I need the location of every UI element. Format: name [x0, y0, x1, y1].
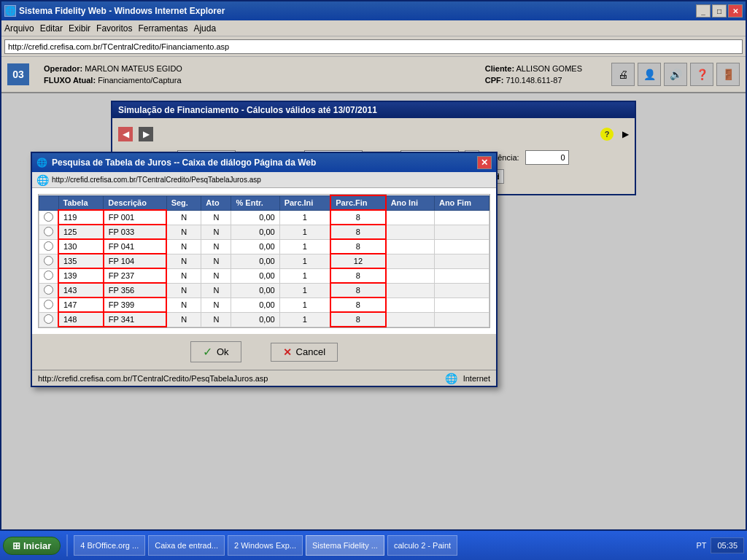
table-row[interactable]: 148 FP 341 N N 0,00 1 8 — [39, 312, 489, 327]
menu-editar[interactable]: Editar — [40, 23, 63, 34]
row-tabela-3: 135 — [58, 254, 104, 268]
row-parcini-5: 1 — [279, 283, 330, 298]
taskbar-item-fidelity[interactable]: Sistema Fidelity ... — [306, 535, 384, 556]
row-anof-5 — [434, 283, 489, 298]
start-button[interactable]: ⊞ Iniciar — [3, 537, 61, 555]
address-bar[interactable] — [4, 39, 743, 54]
row-parcfin-7: 8 — [330, 312, 386, 327]
client-info: Cliente: ALLISON GOMES CPF: 710.148.611-… — [485, 63, 582, 87]
row-entr-2: 0,00 — [231, 239, 279, 254]
row-radio-4[interactable] — [39, 268, 59, 283]
row-ato-1: N — [201, 225, 231, 239]
browser-titlebar: 🌐 Sistema Fidelity Web - Windows Interne… — [1, 1, 746, 20]
row-anoi-6 — [386, 298, 435, 312]
menu-favoritos[interactable]: Favoritos — [96, 23, 132, 34]
row-radio-6[interactable] — [39, 298, 59, 312]
row-anof-0 — [434, 210, 489, 225]
menu-ferramentas[interactable]: Ferramentas — [138, 23, 187, 34]
row-parcini-0: 1 — [279, 210, 330, 225]
modal-close-button[interactable]: ✕ — [477, 156, 492, 169]
row-seg-5: N — [166, 283, 201, 298]
table-row[interactable]: 125 FP 033 N N 0,00 1 8 — [39, 225, 489, 239]
juros-table: Tabela Descrição Seg. Ato % Entr. Parc.I… — [39, 195, 489, 327]
row-anof-2 — [434, 239, 489, 254]
taskbar-item-caixa-label: Caixa de entrad... — [155, 541, 218, 550]
internet-globe-icon: 🌐 — [445, 373, 457, 384]
row-descricao-4: FP 237 — [104, 268, 166, 283]
taskbar-item-paint[interactable]: calculo 2 - Paint — [387, 535, 457, 556]
row-radio-0[interactable] — [39, 210, 59, 225]
menu-exibir[interactable]: Exibir — [69, 23, 90, 34]
row-anoi-2 — [386, 239, 435, 254]
maximize-button[interactable]: □ — [712, 4, 727, 18]
row-entr-4: 0,00 — [231, 268, 279, 283]
browser-menubar: Arquivo Editar Exibir Favoritos Ferramen… — [1, 20, 746, 36]
modal-titlebar: 🌐 Pesquisa de Tabela de Juros -- Caixa d… — [32, 153, 496, 172]
table-row[interactable]: 135 FP 104 N N 0,00 1 12 — [39, 254, 489, 268]
modal-table-area: Tabela Descrição Seg. Ato % Entr. Parc.I… — [32, 188, 496, 334]
taskbar: ⊞ Iniciar 4 BrOffice.org ... Caixa de en… — [0, 531, 747, 560]
exit-icon[interactable]: 🚪 — [716, 63, 740, 86]
row-entr-3: 0,00 — [231, 254, 279, 268]
taskbar-item-windows-label: 2 Windows Exp... — [234, 541, 296, 550]
row-seg-2: N — [166, 239, 201, 254]
table-row[interactable]: 130 FP 041 N N 0,00 1 8 — [39, 239, 489, 254]
row-anof-1 — [434, 225, 489, 239]
row-tabela-6: 147 — [58, 298, 104, 312]
table-scroll-area[interactable]: Tabela Descrição Seg. Ato % Entr. Parc.I… — [38, 194, 490, 328]
help-icon[interactable]: ❓ — [690, 63, 713, 86]
start-label: Iniciar — [23, 540, 51, 551]
cancel-button[interactable]: ✕ Cancel — [271, 343, 338, 362]
taskbar-item-caixa[interactable]: Caixa de entrad... — [148, 535, 225, 556]
taskbar-item-fidelity-label: Sistema Fidelity ... — [312, 541, 378, 550]
close-button[interactable]: ✕ — [728, 4, 743, 18]
row-parcini-2: 1 — [279, 239, 330, 254]
row-radio-7[interactable] — [39, 312, 59, 327]
col-header-parcfin: Parc.Fin — [330, 195, 386, 210]
row-radio-3[interactable] — [39, 254, 59, 268]
col-header-ato: Ato — [201, 195, 231, 210]
row-entr-5: 0,00 — [231, 283, 279, 298]
modal-title-area: 🌐 Pesquisa de Tabela de Juros -- Caixa d… — [36, 158, 316, 168]
row-anoi-5 — [386, 283, 435, 298]
row-ato-4: N — [201, 268, 231, 283]
table-body: 119 FP 001 N N 0,00 1 8 125 FP 033 N N 0… — [39, 210, 489, 327]
table-row[interactable]: 147 FP 399 N N 0,00 1 8 — [39, 298, 489, 312]
row-entr-7: 0,00 — [231, 312, 279, 327]
taskbar-item-broffice[interactable]: 4 BrOffice.org ... — [74, 535, 145, 556]
print-icon[interactable]: 🖨 — [611, 63, 635, 86]
row-anof-4 — [434, 268, 489, 283]
col-header-entr: % Entr. — [231, 195, 279, 210]
browser-controls: _ □ ✕ — [696, 4, 743, 18]
row-radio-2[interactable] — [39, 239, 59, 254]
table-row[interactable]: 139 FP 237 N N 0,00 1 8 — [39, 268, 489, 283]
row-seg-6: N — [166, 298, 201, 312]
desktop: 🌐 Sistema Fidelity Web - Windows Interne… — [0, 0, 747, 560]
minimize-button[interactable]: _ — [696, 4, 711, 18]
col-header-descricao: Descrição — [104, 195, 166, 210]
row-parcfin-0: 8 — [330, 210, 386, 225]
row-anof-7 — [434, 312, 489, 327]
row-radio-1[interactable] — [39, 225, 59, 239]
row-anoi-4 — [386, 268, 435, 283]
row-parcfin-3: 12 — [330, 254, 386, 268]
row-parcfin-1: 8 — [330, 225, 386, 239]
row-anoi-1 — [386, 225, 435, 239]
ok-button[interactable]: ✓ Ok — [190, 341, 241, 362]
user-icon[interactable]: 👤 — [638, 63, 661, 86]
taskbar-item-windows[interactable]: 2 Windows Exp... — [228, 535, 303, 556]
table-row[interactable]: 143 FP 356 N N 0,00 1 8 — [39, 283, 489, 298]
menu-ajuda[interactable]: Ajuda — [193, 23, 216, 34]
browser-toolbar — [1, 36, 746, 57]
operator-number: 03 — [7, 63, 29, 85]
modal-addressbar: 🌐 http://crefid.crefisa.com.br/TCentralC… — [32, 172, 496, 188]
row-radio-5[interactable] — [39, 283, 59, 298]
row-descricao-1: FP 033 — [104, 225, 166, 239]
table-row[interactable]: 119 FP 001 N N 0,00 1 8 — [39, 210, 489, 225]
speaker-icon[interactable]: 🔊 — [664, 63, 687, 86]
menu-arquivo[interactable]: Arquivo — [4, 23, 34, 34]
ok-checkmark-icon: ✓ — [203, 345, 212, 359]
col-header-anof: Ano Fim — [434, 195, 489, 210]
ok-label: Ok — [217, 346, 229, 357]
row-seg-1: N — [166, 225, 201, 239]
